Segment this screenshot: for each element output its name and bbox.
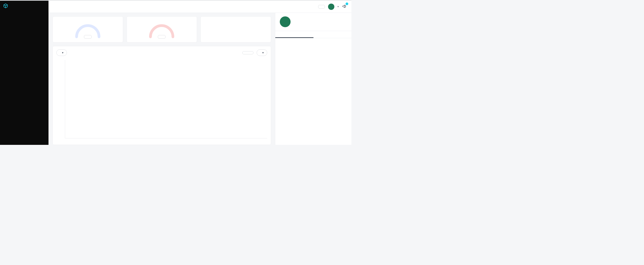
content: ▾ ▾ [48,13,352,145]
tab-recent-issues[interactable] [314,31,352,38]
recent-tests-list [275,38,352,145]
left-column: ▾ ▾ [48,13,275,145]
y-axis [58,60,65,138]
brand-logo[interactable] [0,1,48,11]
granularity-select[interactable]: ▾ [257,50,267,56]
lambdatest-logo-icon [4,4,8,8]
date-range-select[interactable] [242,51,254,54]
chevron-down-icon: ▾ [262,51,264,54]
chart-controls: ▾ ▾ [56,50,267,56]
x-axis-ticks [56,138,267,139]
main: ▾ [48,1,352,145]
notification-dot [346,2,348,5]
tests-chart-panel: ▾ ▾ [52,46,271,145]
chart-plot [65,60,267,138]
avatar [280,16,290,27]
date-range: ▾ [242,50,267,56]
summary-cards [52,16,271,42]
avatar[interactable] [328,4,334,10]
announcements-icon[interactable] [342,4,347,10]
chevron-down-icon: ▾ [62,51,64,54]
realtime-sessions-card [52,16,123,42]
topbar-right: ▾ [318,4,347,10]
sidebar [0,1,48,145]
tab-recent-tests[interactable] [275,31,314,38]
user-greeting [275,13,352,31]
real-device-card [200,16,271,42]
app-root: ▾ [0,0,352,145]
gauge-arc-icon [148,23,175,38]
test-type-select[interactable]: ▾ [56,50,67,56]
right-panel [275,13,352,145]
gauge-arc-icon [74,23,101,38]
sidebar-nav [0,11,48,12]
automation-sessions-card [127,16,197,42]
chevron-down-icon[interactable]: ▾ [338,5,339,8]
topbar: ▾ [48,1,352,13]
chart-area [56,60,267,138]
right-tabs [275,31,352,38]
bars-grid [65,60,267,138]
configure-tunnel-button[interactable] [318,5,325,8]
gauge [130,23,193,32]
gauge [56,23,119,32]
